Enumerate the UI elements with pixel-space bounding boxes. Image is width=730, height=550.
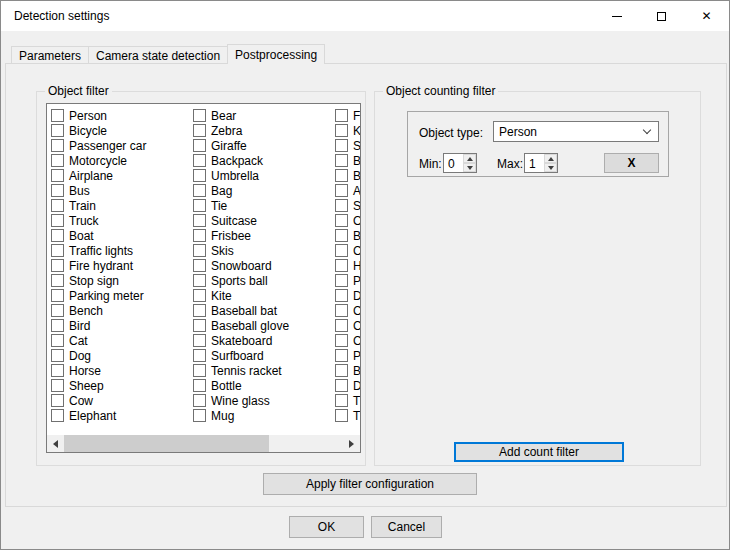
checkbox[interactable]: [51, 409, 64, 422]
checkbox[interactable]: [51, 349, 64, 362]
checkbox[interactable]: [51, 319, 64, 332]
checkbox[interactable]: [51, 229, 64, 242]
checkbox[interactable]: [193, 244, 206, 257]
checkbox[interactable]: [193, 304, 206, 317]
apply-filter-configuration-button[interactable]: Apply filter configuration: [263, 473, 477, 495]
min-up-button[interactable]: [463, 154, 476, 163]
checkbox[interactable]: [335, 139, 348, 152]
checkbox[interactable]: [335, 169, 348, 182]
checkbox[interactable]: [51, 154, 64, 167]
object-filter-item[interactable]: Giraffe: [193, 138, 335, 153]
object-filter-item[interactable]: C: [335, 318, 361, 333]
checkbox[interactable]: [51, 394, 64, 407]
checkbox[interactable]: [51, 184, 64, 197]
scroll-left-button[interactable]: [47, 435, 64, 452]
object-filter-item[interactable]: B: [335, 153, 361, 168]
checkbox[interactable]: [335, 289, 348, 302]
checkbox[interactable]: [51, 214, 64, 227]
object-filter-item[interactable]: Elephant: [51, 408, 193, 423]
object-filter-item[interactable]: Person: [51, 108, 193, 123]
object-filter-item[interactable]: Umbrella: [193, 168, 335, 183]
object-filter-item[interactable]: Bear: [193, 108, 335, 123]
checkbox[interactable]: [335, 214, 348, 227]
object-filter-item[interactable]: S: [335, 138, 361, 153]
checkbox[interactable]: [193, 364, 206, 377]
object-filter-item[interactable]: Backpack: [193, 153, 335, 168]
object-filter-item[interactable]: Frisbee: [193, 228, 335, 243]
object-filter-item[interactable]: Airplane: [51, 168, 193, 183]
checkbox[interactable]: [51, 304, 64, 317]
object-filter-item[interactable]: Mug: [193, 408, 335, 423]
object-filter-item[interactable]: B: [335, 228, 361, 243]
checkbox[interactable]: [335, 409, 348, 422]
object-filter-item[interactable]: Skis: [193, 243, 335, 258]
ok-button[interactable]: OK: [289, 516, 364, 538]
scrollbar-thumb[interactable]: [64, 435, 269, 452]
max-spinner[interactable]: 1: [524, 153, 558, 173]
object-filter-item[interactable]: Cow: [51, 393, 193, 408]
checkbox[interactable]: [51, 289, 64, 302]
object-filter-item[interactable]: C: [335, 243, 361, 258]
checkbox[interactable]: [193, 319, 206, 332]
object-filter-item[interactable]: Boat: [51, 228, 193, 243]
object-filter-item[interactable]: Tennis racket: [193, 363, 335, 378]
checkbox[interactable]: [193, 274, 206, 287]
object-filter-item[interactable]: Snowboard: [193, 258, 335, 273]
checkbox[interactable]: [193, 214, 206, 227]
object-filter-item[interactable]: Traffic lights: [51, 243, 193, 258]
cancel-button[interactable]: Cancel: [371, 516, 442, 538]
checkbox[interactable]: [193, 154, 206, 167]
object-filter-item[interactable]: Dog: [51, 348, 193, 363]
checkbox[interactable]: [335, 304, 348, 317]
object-filter-item[interactable]: C: [335, 303, 361, 318]
checkbox[interactable]: [193, 169, 206, 182]
object-filter-item[interactable]: Baseball glove: [193, 318, 335, 333]
object-filter-item[interactable]: Bench: [51, 303, 193, 318]
checkbox[interactable]: [193, 124, 206, 137]
checkbox[interactable]: [193, 139, 206, 152]
object-filter-item[interactable]: Truck: [51, 213, 193, 228]
checkbox[interactable]: [335, 274, 348, 287]
checkbox[interactable]: [51, 109, 64, 122]
checkbox[interactable]: [193, 394, 206, 407]
checkbox[interactable]: [335, 184, 348, 197]
object-filter-item[interactable]: Train: [51, 198, 193, 213]
object-filter-item[interactable]: O: [335, 213, 361, 228]
object-filter-item[interactable]: B: [335, 363, 361, 378]
object-filter-item[interactable]: Sheep: [51, 378, 193, 393]
checkbox[interactable]: [51, 199, 64, 212]
checkbox[interactable]: [193, 379, 206, 392]
checkbox[interactable]: [51, 244, 64, 257]
tab-camera-state-detection[interactable]: Camera state detection: [88, 46, 228, 64]
object-filter-item[interactable]: Horse: [51, 363, 193, 378]
object-filter-item[interactable]: C: [335, 333, 361, 348]
checkbox[interactable]: [335, 124, 348, 137]
checkbox[interactable]: [51, 169, 64, 182]
max-input[interactable]: 1: [525, 154, 544, 172]
minimize-button[interactable]: [594, 1, 639, 31]
checkbox[interactable]: [51, 379, 64, 392]
object-filter-item[interactable]: Surfboard: [193, 348, 335, 363]
horizontal-scrollbar[interactable]: [47, 435, 360, 452]
scrollbar-track[interactable]: [64, 435, 343, 452]
object-filter-item[interactable]: T: [335, 393, 361, 408]
object-filter-item[interactable]: Bicycle: [51, 123, 193, 138]
object-type-select[interactable]: Person: [493, 121, 659, 142]
checkbox[interactable]: [335, 364, 348, 377]
object-filter-item[interactable]: T: [335, 408, 361, 423]
object-filter-item[interactable]: Sports ball: [193, 273, 335, 288]
object-filter-item[interactable]: Bird: [51, 318, 193, 333]
checkbox[interactable]: [193, 349, 206, 362]
object-filter-item[interactable]: Skateboard: [193, 333, 335, 348]
checkbox[interactable]: [51, 274, 64, 287]
object-filter-item[interactable]: Kite: [193, 288, 335, 303]
max-down-button[interactable]: [544, 163, 557, 172]
checkbox[interactable]: [193, 199, 206, 212]
object-filter-item[interactable]: Parking meter: [51, 288, 193, 303]
checkbox[interactable]: [335, 154, 348, 167]
checkbox[interactable]: [193, 409, 206, 422]
checkbox[interactable]: [193, 184, 206, 197]
object-filter-item[interactable]: D: [335, 378, 361, 393]
object-filter-item[interactable]: P: [335, 348, 361, 363]
checkbox[interactable]: [335, 109, 348, 122]
